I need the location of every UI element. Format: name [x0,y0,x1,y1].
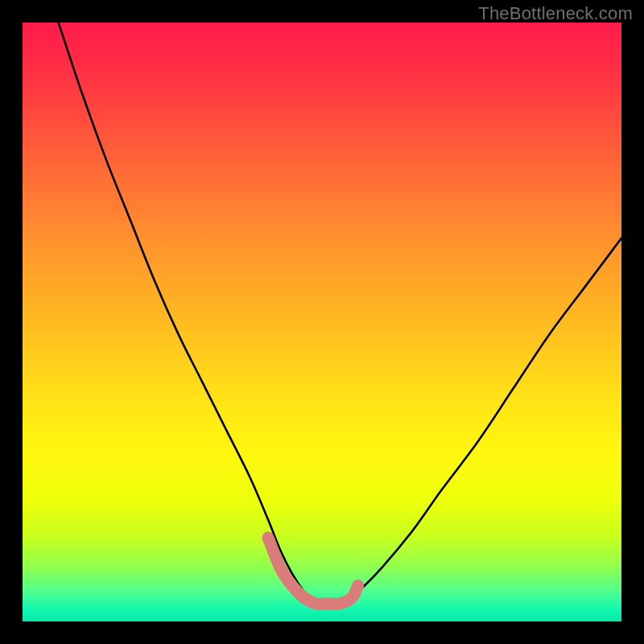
chart-frame: TheBottleneck.com [0,0,644,644]
watermark-text: TheBottleneck.com [478,3,633,24]
bottleneck-curve [59,23,621,605]
curve-layer [23,23,621,621]
bottleneck-floor-highlight [268,538,358,604]
plot-area [23,23,621,621]
